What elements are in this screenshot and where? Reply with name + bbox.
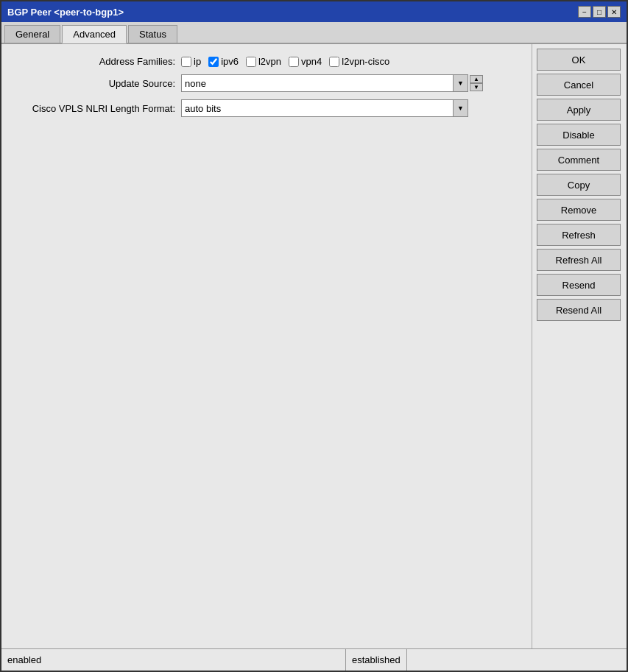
cancel-button[interactable]: Cancel xyxy=(537,74,621,96)
window-controls: − □ ✕ xyxy=(578,6,621,18)
checkbox-ip-label: ip xyxy=(194,56,201,67)
disable-button[interactable]: Disable xyxy=(537,124,621,146)
checkbox-vpn4-item: vpn4 xyxy=(289,56,322,67)
tab-advanced[interactable]: Advanced xyxy=(62,25,127,43)
checkbox-ipv6-item: ipv6 xyxy=(208,56,239,67)
resend-all-button[interactable]: Resend All xyxy=(537,299,621,321)
update-source-field-wrapper: none ▼ xyxy=(181,74,468,92)
checkbox-l2vpn[interactable] xyxy=(246,57,256,67)
close-button[interactable]: ✕ xyxy=(607,6,621,18)
maximize-button[interactable]: □ xyxy=(593,6,606,18)
ok-button[interactable]: OK xyxy=(537,49,621,71)
update-source-dropdown-arrow[interactable]: ▼ xyxy=(454,74,468,92)
main-window: BGP Peer <peer-to-bgp1> − □ ✕ General Ad… xyxy=(0,0,628,672)
checkbox-l2vpn-label: l2vpn xyxy=(258,56,281,67)
checkbox-ipv6[interactable] xyxy=(208,57,219,67)
window-title: BGP Peer <peer-to-bgp1> xyxy=(7,7,124,18)
checkbox-ip[interactable] xyxy=(181,57,191,67)
cisco-vpls-dropdown-arrow[interactable]: ▼ xyxy=(454,99,468,117)
checkbox-ip-item: ip xyxy=(181,56,201,67)
status-right: established xyxy=(346,649,407,671)
checkbox-l2vpn-item: l2vpn xyxy=(246,56,281,67)
side-panel: OK Cancel Apply Disable Comment Copy Rem… xyxy=(532,44,627,648)
cisco-vpls-row: Cisco VPLS NLRI Length Format: auto bits… xyxy=(13,99,520,117)
cisco-vpls-select[interactable]: auto bits xyxy=(181,99,454,117)
window-body: General Advanced Status Address Families… xyxy=(1,22,627,671)
minimize-button[interactable]: − xyxy=(578,6,591,18)
update-source-down-button[interactable]: ▼ xyxy=(470,83,483,91)
checkbox-l2vpn-cisco[interactable] xyxy=(329,57,339,67)
copy-button[interactable]: Copy xyxy=(537,174,621,196)
update-source-label: Update Source: xyxy=(13,78,175,89)
checkbox-l2vpn-cisco-item: l2vpn-cisco xyxy=(329,56,389,67)
refresh-all-button[interactable]: Refresh All xyxy=(537,249,621,271)
update-source-row: Update Source: none ▼ ▲ ▼ xyxy=(13,74,520,92)
checkbox-vpn4[interactable] xyxy=(289,57,299,67)
status-bar: enabled established xyxy=(1,648,627,671)
status-left: enabled xyxy=(1,649,346,671)
tab-general[interactable]: General xyxy=(4,25,60,43)
update-source-up-button[interactable]: ▲ xyxy=(470,75,483,83)
update-source-spin-buttons: ▲ ▼ xyxy=(470,75,483,91)
address-families-checkboxes: ip ipv6 l2vpn vpn4 xyxy=(181,56,389,67)
apply-button[interactable]: Apply xyxy=(537,99,621,121)
content-area: Address Families: ip ipv6 l2vpn xyxy=(1,44,627,648)
remove-button[interactable]: Remove xyxy=(537,199,621,221)
checkbox-l2vpn-cisco-label: l2vpn-cisco xyxy=(342,56,389,67)
tab-bar: General Advanced Status xyxy=(1,22,627,44)
cisco-vpls-field-wrapper: auto bits ▼ xyxy=(181,99,468,117)
checkbox-vpn4-label: vpn4 xyxy=(301,56,322,67)
main-panel: Address Families: ip ipv6 l2vpn xyxy=(1,44,532,648)
title-bar: BGP Peer <peer-to-bgp1> − □ ✕ xyxy=(1,1,627,22)
address-families-label: Address Families: xyxy=(13,56,175,67)
resend-button[interactable]: Resend xyxy=(537,274,621,296)
comment-button[interactable]: Comment xyxy=(537,149,621,171)
address-families-row: Address Families: ip ipv6 l2vpn xyxy=(13,56,520,67)
checkbox-ipv6-label: ipv6 xyxy=(221,56,239,67)
tab-status[interactable]: Status xyxy=(128,25,177,43)
update-source-select[interactable]: none xyxy=(181,74,454,92)
refresh-button[interactable]: Refresh xyxy=(537,224,621,246)
cisco-vpls-label: Cisco VPLS NLRI Length Format: xyxy=(13,103,175,114)
